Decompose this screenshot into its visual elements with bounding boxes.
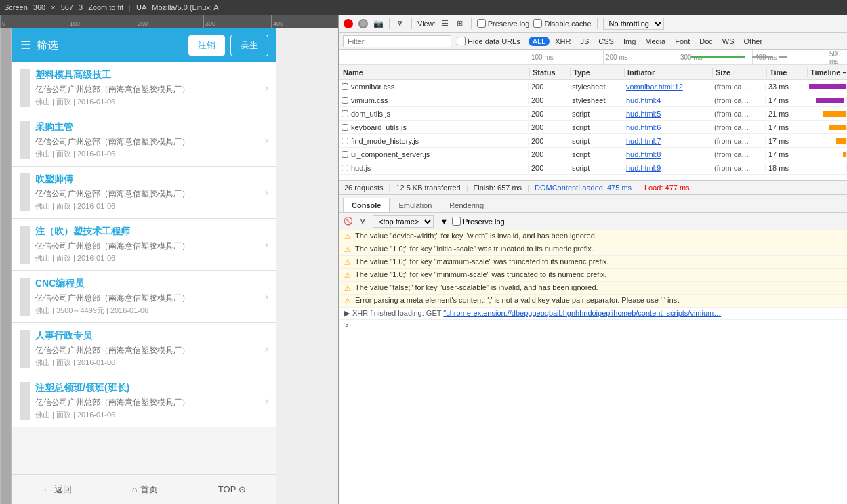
list-view-button[interactable]: ☰	[440, 18, 451, 29]
type-css-button[interactable]: CSS	[594, 37, 618, 46]
user-button[interactable]: 吴生	[230, 35, 268, 56]
row-checkbox[interactable]	[342, 97, 348, 104]
table-row[interactable]: vimium.css 200 stylesheet hud.html:4 (fr…	[339, 93, 847, 107]
devtools-panel: 📷 ⛛ View: ☰ ⊞ Preserve log Disable cache…	[339, 15, 847, 504]
type-js-button[interactable]: JS	[576, 37, 593, 46]
tab-emulation[interactable]: Emulation	[390, 198, 440, 212]
td-initiator[interactable]: hud.html:9	[623, 164, 711, 172]
td-size: (from ca…	[711, 110, 766, 118]
td-initiator[interactable]: vomnibar.html:12	[623, 83, 711, 91]
network-table: Name Status Type Initiator Size Time Tim…	[339, 65, 847, 180]
xhr-link[interactable]: "chrome-extension://dbepggeogbaibhgnhhnd…	[443, 309, 721, 317]
th-name[interactable]: Name	[340, 68, 530, 77]
job-company: 亿信公司广州总部（南海意信塑胶模具厂）	[35, 397, 265, 408]
row-checkbox[interactable]	[342, 83, 348, 90]
topbar-zoom[interactable]: Zoom to fit	[88, 3, 123, 12]
group-view-button[interactable]: ⊞	[455, 18, 466, 29]
console-filter-button[interactable]: ⛛	[358, 216, 369, 227]
job-company: 亿信公司广州总部（南海意信塑胶模具厂）	[35, 136, 265, 148]
xhr-arrow[interactable]: ▶	[344, 309, 350, 318]
job-company: 亿信公司广州总部（南海意信塑胶模具厂）	[35, 84, 265, 96]
preserve-log-console-label[interactable]: Preserve log	[452, 217, 505, 226]
row-checkbox[interactable]	[342, 151, 348, 158]
console-input-arrow[interactable]: >	[339, 320, 847, 331]
th-type[interactable]: Type	[571, 68, 625, 77]
td-initiator[interactable]: hud.html:4	[623, 96, 711, 104]
type-other-button[interactable]: Other	[740, 37, 767, 46]
type-doc-button[interactable]: Doc	[695, 37, 717, 46]
cancel-button[interactable]: 注销	[188, 35, 225, 56]
console-warning: ⚠The value "false;" for key "user-scalab…	[339, 282, 847, 295]
job-item[interactable]: 采购主管 亿信公司广州总部（南海意信塑胶模具厂） 佛山 | 面议 | 2016-…	[12, 114, 276, 167]
camera-button[interactable]: 📷	[373, 18, 384, 29]
type-img-button[interactable]: Img	[619, 37, 640, 46]
job-meta: 佛山 | 面议 | 2016-01-06	[35, 253, 265, 264]
top-button[interactable]: TOP ⊙	[218, 484, 247, 495]
td-name: find_mode_history.js	[339, 137, 529, 145]
frame-select[interactable]: <top frame>	[373, 215, 434, 228]
job-item[interactable]: CNC编程员 亿信公司广州总部（南海意信塑胶模具厂） 佛山 | 3500～449…	[12, 271, 276, 323]
tab-rendering[interactable]: Rendering	[440, 198, 493, 212]
td-initiator[interactable]: hud.html:7	[623, 137, 711, 145]
filter-input[interactable]	[343, 35, 451, 47]
td-status: 200	[529, 123, 569, 131]
throttle-select[interactable]: No throttling	[603, 18, 664, 30]
td-initiator[interactable]: hud.html:6	[623, 123, 711, 131]
row-checkbox[interactable]	[342, 138, 348, 144]
job-item[interactable]: 注塑总领班/领班(班长) 亿信公司广州总部（南海意信塑胶模具厂） 佛山 | 面议…	[12, 375, 276, 427]
preserve-log-checkbox[interactable]	[477, 19, 486, 28]
console-warning: ⚠The value "1.0;" for key "minimum-scale…	[339, 269, 847, 282]
job-item[interactable]: 吹塑师傅 亿信公司广州总部（南海意信塑胶模具厂） 佛山 | 面议 | 2016-…	[12, 167, 276, 219]
preserve-log-console-checkbox[interactable]	[452, 217, 461, 226]
tab-console[interactable]: Console	[343, 198, 390, 212]
stop-button[interactable]	[358, 18, 369, 29]
preserve-log-label[interactable]: Preserve log	[477, 19, 530, 28]
console-clear-button[interactable]: 🚫	[343, 216, 354, 227]
type-xhr-button[interactable]: XHR	[551, 37, 575, 46]
td-name: dom_utils.js	[339, 110, 529, 118]
job-arrow-icon: ›	[265, 82, 268, 94]
td-timeline	[806, 83, 847, 91]
job-meta: 佛山 | 面议 | 2016-01-06	[35, 201, 265, 211]
row-checkbox[interactable]	[342, 124, 348, 131]
job-side-bar	[20, 226, 30, 264]
filter-button[interactable]: ⛛	[395, 18, 406, 29]
job-meta: 佛山 | 面议 | 2016-01-06	[35, 358, 265, 368]
th-initiator[interactable]: Initiator	[625, 68, 713, 77]
table-row[interactable]: hud.js 200 script hud.html:9 (from ca… 1…	[339, 161, 847, 175]
row-checkbox[interactable]	[342, 165, 348, 171]
type-media-button[interactable]: Media	[641, 37, 669, 46]
th-size[interactable]: Size	[713, 68, 767, 77]
job-item[interactable]: 人事行政专员 亿信公司广州总部（南海意信塑胶模具厂） 佛山 | 面议 | 201…	[12, 323, 276, 375]
back-button[interactable]: ← 返回	[43, 484, 72, 496]
type-ws-button[interactable]: WS	[718, 37, 739, 46]
th-status[interactable]: Status	[530, 68, 571, 77]
record-button[interactable]	[343, 18, 354, 29]
table-row[interactable]: find_mode_history.js 200 script hud.html…	[339, 134, 847, 148]
disable-cache-label[interactable]: Disable cache	[533, 19, 591, 28]
disable-cache-checkbox[interactable]	[533, 19, 542, 28]
hide-data-urls-label[interactable]: Hide data URLs	[457, 37, 520, 45]
th-timeline[interactable]: Timeline – Start Time	[808, 68, 846, 77]
home-button[interactable]: ⌂ 首页	[132, 484, 158, 496]
tl-green-bar	[691, 56, 745, 58]
console-tabs: Console Emulation Rendering	[339, 195, 847, 213]
view-label: View:	[417, 20, 436, 28]
td-initiator[interactable]: hud.html:5	[623, 110, 711, 118]
job-item[interactable]: 塑料模具高级技工 亿信公司广州总部（南海意信塑胶模具厂） 佛山 | 面议 | 2…	[12, 62, 276, 114]
table-row[interactable]: keyboard_utils.js 200 script hud.html:6 …	[339, 121, 847, 134]
table-row[interactable]: ui_component_server.js 200 script hud.ht…	[339, 148, 847, 161]
type-all-button[interactable]: ALL	[529, 37, 550, 46]
tl-gray-bar	[752, 56, 772, 58]
job-item[interactable]: 注（吹）塑技术工程师 亿信公司广州总部（南海意信塑胶模具厂） 佛山 | 面议 |…	[12, 219, 276, 271]
menu-icon[interactable]: ☰	[20, 38, 31, 53]
table-row[interactable]: dom_utils.js 200 script hud.html:5 (from…	[339, 107, 847, 121]
th-time[interactable]: Time	[767, 68, 808, 77]
row-checkbox[interactable]	[342, 110, 348, 117]
td-timeline	[806, 137, 847, 145]
td-initiator[interactable]: hud.html:8	[623, 150, 711, 159]
type-font-button[interactable]: Font	[671, 37, 694, 46]
hide-data-urls-checkbox[interactable]	[457, 37, 466, 45]
app-sidebar: ☰ 筛选 注销 吴生 塑料模具高级技工 亿信公司广州总部（南海意信塑胶模具厂） …	[12, 28, 276, 504]
table-row[interactable]: vomnibar.css 200 stylesheet vomnibar.htm…	[339, 80, 847, 93]
